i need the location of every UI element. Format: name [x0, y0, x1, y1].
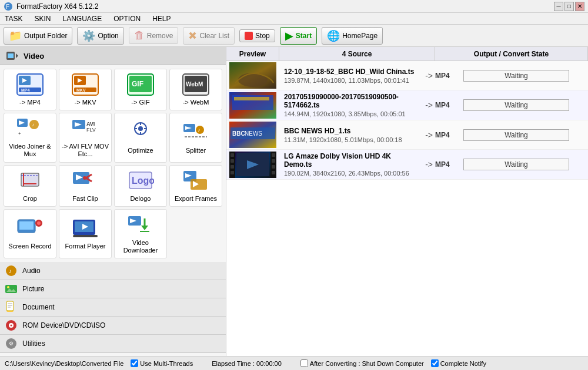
maximize-button[interactable]: □ [564, 2, 574, 11]
multithreads-check[interactable]: Use Multi-Threads [131, 359, 193, 367]
tool-exportframes[interactable]: Export Frames [169, 165, 222, 207]
video-section-header[interactable]: Video [0, 47, 226, 65]
queue-arrow-2: -> [423, 90, 435, 120]
option-button[interactable]: ⚙️ Option [77, 27, 123, 45]
svg-text:F: F [6, 4, 9, 10]
output-folder-button[interactable]: 📁 Output Folder [4, 27, 72, 45]
menu-skin[interactable]: SKIN [32, 14, 53, 24]
tool-optimize[interactable]: Optimize [114, 113, 167, 162]
queue-item[interactable]: BBC NEWS BBC NEWS HD_1.ts 11.31M, 1920x1… [226, 120, 588, 150]
utilities-section-label: Utilities [22, 339, 45, 348]
utilities-section-header[interactable]: ⚙ Utilities [0, 335, 226, 353]
stop-button[interactable]: Stop [239, 29, 275, 42]
close-button[interactable]: ✕ [575, 2, 584, 11]
queue-arrow-3: -> [423, 120, 435, 149]
menu-task[interactable]: TASK [2, 14, 25, 24]
queue-meta-1: 139.87M, 1440x1080, 11.03Mbps, 00:01:41 [284, 77, 418, 84]
tool-splitter[interactable]: ♪ Splitter [169, 113, 222, 162]
svg-text:♪: ♪ [198, 127, 201, 133]
tool-fastclip[interactable]: Fast Clip [59, 165, 112, 207]
svg-marker-67 [141, 226, 148, 230]
tool-joiner[interactable]: ♪ + Video Joiner & Mux [4, 113, 56, 162]
document-section-header[interactable]: Document [0, 298, 226, 317]
tool-screenrecord[interactable]: Screen Record [4, 209, 56, 258]
queue-preview-3: BBC NEWS [226, 120, 279, 149]
minimize-button[interactable]: ─ [554, 2, 563, 11]
audio-section-header[interactable]: ♪ Audio [0, 262, 226, 280]
tool-gif[interactable]: GIF -> GIF [114, 69, 167, 110]
svg-rect-4 [8, 53, 14, 58]
tool-mkv[interactable]: MKV -> MKV [59, 69, 112, 110]
rom-section-header[interactable]: ROM Device\DVD\CD\ISO [0, 317, 226, 335]
audio-section-label: Audio [22, 267, 41, 275]
svg-rect-98 [230, 165, 234, 169]
homepage-button[interactable]: 🌐 HomePage [322, 27, 383, 45]
elapsed-time: Elapsed Time : 00:00:00 [212, 360, 282, 367]
tool-aviflv[interactable]: AVI FLV -> AVI FLV MOV Etc... [59, 113, 112, 162]
homepage-label: HomePage [342, 32, 377, 40]
shutdown-check[interactable]: After Converting : Shut Down Computer [300, 359, 424, 367]
remove-icon: 🗑 [134, 29, 145, 42]
clear-icon: ✖ [188, 29, 197, 42]
remove-button[interactable]: 🗑 Remove [129, 27, 179, 44]
start-label: Start [296, 32, 312, 40]
queue-item[interactable]: LG Amaze Dolby Vision UHD 4K Demo.ts 190… [226, 150, 588, 180]
webm-label: -> WebM [183, 99, 209, 106]
menu-language[interactable]: LANGUAGE [60, 14, 104, 24]
toolbar: 📁 Output Folder ⚙️ Option 🗑 Remove ✖ Cle… [0, 25, 588, 47]
menu-option[interactable]: OPTION [111, 14, 143, 24]
rom-section-label: ROM Device\DVD\CD\ISO [22, 321, 105, 329]
tool-videodownloader[interactable]: Video Downloader [114, 209, 167, 258]
queue-item[interactable]: 20170519090000-20170519090500-5174662.ts… [226, 90, 588, 120]
notify-checkbox[interactable] [431, 359, 439, 367]
disc-icon [5, 319, 18, 332]
video-icon [6, 49, 19, 62]
optimize-icon [126, 121, 155, 144]
tool-crop[interactable]: Crop [4, 165, 56, 207]
queue-meta-4: 190.02M, 3840x2160, 26.43Mbps, 00:00:56 [284, 170, 418, 177]
stop-label: Stop [255, 32, 270, 40]
tool-formatplayer[interactable]: Format Player [59, 209, 112, 258]
queue-meta-3: 11.31M, 1920x1080, 5.01Mbps, 00:00:18 [284, 136, 418, 143]
mp4-label: -> MP4 [19, 99, 41, 106]
svg-text:BBC: BBC [232, 130, 245, 137]
arrow-icon-4: -> [425, 160, 433, 169]
picture-section-label: Picture [22, 285, 44, 293]
tool-webm[interactable]: WebM -> WebM [169, 69, 222, 110]
queue-item[interactable]: 12-10_19-18-52_BBC HD_Wild China.ts 139.… [226, 61, 588, 90]
svg-text:+: + [18, 131, 21, 136]
status-badge-4: Waiting [463, 159, 569, 170]
queue-format-1: MP4 [435, 61, 459, 90]
svg-point-59 [37, 221, 41, 225]
col-preview-header: Preview [226, 47, 279, 60]
svg-point-81 [11, 325, 12, 327]
svg-text:♪: ♪ [9, 268, 12, 274]
screenrecord-icon [16, 217, 44, 240]
svg-rect-101 [272, 159, 275, 163]
option-label: Option [98, 32, 118, 40]
shutdown-checkbox[interactable] [300, 359, 308, 367]
formatplayer-label: Format Player [65, 243, 105, 250]
queue-format-2: MP4 [435, 90, 459, 120]
svg-point-49 [83, 176, 86, 180]
menu-help[interactable]: HELP [150, 14, 173, 24]
output-folder-label: Output Folder [24, 32, 67, 40]
format-label-2: MP4 [435, 101, 450, 109]
start-button[interactable]: ▶ Start [280, 27, 317, 45]
gif-label: -> GIF [131, 99, 149, 106]
fastclip-label: Fast Clip [72, 195, 98, 203]
notify-check[interactable]: Complete Notify [431, 359, 486, 367]
svg-rect-75 [6, 301, 14, 311]
tool-mp4[interactable]: MP4 -> MP4 [4, 69, 56, 110]
svg-rect-100 [272, 153, 275, 157]
app-title: FormatFactory X64 5.12.2 [16, 2, 98, 11]
clear-list-button[interactable]: ✖ Clear List [183, 27, 235, 45]
tool-delogo[interactable]: Logo Delogo [114, 165, 167, 207]
queue-filename-1: 12-10_19-18-52_BBC HD_Wild China.ts [284, 68, 418, 76]
multithreads-checkbox[interactable] [131, 359, 138, 367]
titlebar-left: F FormatFactory X64 5.12.2 [4, 2, 98, 11]
titlebar-controls[interactable]: ─ □ ✕ [554, 2, 584, 11]
svg-rect-102 [272, 165, 275, 169]
svg-text:⚙: ⚙ [9, 341, 14, 347]
picture-section-header[interactable]: Picture [0, 280, 226, 298]
